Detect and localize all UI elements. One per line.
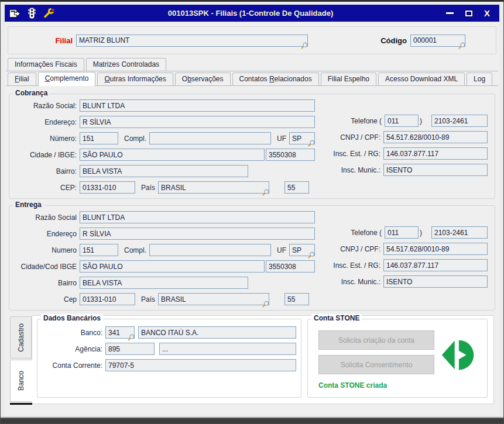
conta-corrente-input[interactable] [105,359,296,371]
banco-nome-input[interactable] [138,326,296,339]
entrega-group: Entrega Razão Social Endereço Numero Com… [9,205,495,311]
entrega-cidade-input[interactable] [80,260,265,273]
entrega-endereco-label: Endereço [14,230,80,238]
cobranca-cep-input[interactable] [80,181,135,194]
solicita-criacao-conta-button[interactable]: Solicita criação da conta [318,330,434,350]
app-window: 001013SPK - Filiais (1-Controle De Quali… [0,0,504,424]
bottom-vertical-tabs: Cadastro Banco [10,316,32,405]
traffic-light-icon[interactable] [28,8,36,19]
entrega-pais-input[interactable] [158,293,269,305]
entrega-numero-input[interactable] [80,244,118,256]
stone-logo-icon [441,338,475,372]
tab-banco-label: Banco [17,371,25,391]
cobranca-cep-label: CEP: [14,184,80,192]
filial-input[interactable] [76,35,308,47]
cobranca-cnpj-input[interactable] [383,131,488,143]
cobranca-pais-codigo-input[interactable] [284,181,309,194]
cobranca-insc-mun-input[interactable] [383,164,488,176]
tab-observacoes[interactable]: Observações [175,73,231,85]
codigo-label: Código [380,36,410,45]
cobranca-bairro-input[interactable] [80,165,248,177]
exit-icon[interactable] [9,9,20,18]
entrega-pais-codigo-input[interactable] [284,293,309,305]
entrega-group-title: Entrega [13,201,44,209]
active-tab-indicator [10,403,32,405]
client-area: Filial Código Informações Fiscais Matriz… [5,23,499,415]
entrega-cep-input[interactable] [80,293,135,305]
cobranca-numero-input[interactable] [80,132,118,144]
cobranca-bairro-label: Bairro: [14,167,80,175]
cobranca-pais-lookup-icon[interactable] [262,189,269,196]
agencia-extra-input[interactable] [159,343,296,355]
cobranca-ibge-input[interactable] [266,149,315,161]
cobranca-right-column: Telefone ( ) CNPJ / CPF: Insc. Est. / RG… [311,115,488,180]
solicita-consentimento-button[interactable]: Solicita Consentimento [318,355,434,374]
banco-lookup-icon[interactable] [128,334,135,341]
dados-bancarios-group: Dados Bancários Banco: [37,319,301,398]
minimize-icon [446,12,454,14]
cobranca-telefone-input[interactable] [431,115,488,127]
entrega-razao-social-label: Razão Social [14,213,80,222]
cobranca-uf-label: UF [271,135,289,143]
filial-lookup-icon[interactable] [301,42,308,49]
entrega-ibge-input[interactable] [266,260,315,273]
entrega-cep-label: Cep [14,295,80,304]
banco-label: Banco: [42,329,105,337]
cobranca-razao-social-label: Razão Social: [14,102,80,110]
entrega-insc-est-input[interactable] [383,259,488,271]
entrega-razao-social-input[interactable] [80,211,315,223]
wrench-icon[interactable] [43,8,55,18]
tab-contatos-relacionados[interactable]: Contatos Relacionados [232,73,319,85]
entrega-insc-mun-label: Insc. Munic.: [311,278,383,286]
tabbar-main: Filial Complemento Outras Informações Ob… [6,71,498,86]
tab-complemento[interactable]: Complemento [38,72,96,86]
minimize-button[interactable] [446,9,454,18]
cobranca-uf-lookup-icon[interactable] [308,140,315,147]
maximize-button[interactable] [465,9,472,18]
entrega-bairro-input[interactable] [80,277,248,289]
tab-matrizes-controladas[interactable]: Matrizes Controladas [86,58,166,71]
dados-bancarios-title: Dados Bancários [41,314,103,322]
entrega-endereco-input[interactable] [80,227,315,240]
entrega-pais-label: País [135,295,158,304]
cobranca-pais-input[interactable] [158,181,269,194]
titlebar-icons [9,8,55,19]
window-controls: X [446,9,490,18]
cobranca-razao-social-input[interactable] [80,99,315,112]
entrega-ddd-input[interactable] [385,226,419,239]
entrega-cnpj-input[interactable] [383,243,488,255]
codigo-input[interactable] [410,35,465,47]
entrega-uf-lookup-icon[interactable] [308,251,315,258]
entrega-pais-lookup-icon[interactable] [262,301,269,308]
tab-banco[interactable]: Banco [10,360,32,402]
tab-acesso-download-xml[interactable]: Acesso Download XML [378,73,465,85]
entrega-compl-input[interactable] [149,244,271,256]
entrega-telefone-input[interactable] [431,226,488,239]
filial-label: Filial [13,36,76,45]
entrega-bairro-label: Bairro [14,279,80,287]
tab-log[interactable]: Log [467,73,492,85]
cobranca-pais-label: País [135,184,158,192]
close-button[interactable]: X [484,9,490,18]
tab-cadastro-label: Cadastro [17,323,25,352]
cobranca-cidade-input[interactable] [80,149,265,161]
codigo-lookup-icon[interactable] [458,42,465,49]
title-bar: 001013SPK - Filiais (1-Controle De Quali… [5,5,499,22]
cobranca-insc-mun-label: Insc. Munic.: [311,166,383,174]
tab-filial-espelho[interactable]: Filial Espelho [321,73,376,85]
entrega-numero-label: Numero [14,246,80,254]
agencia-input[interactable] [105,343,155,355]
entrega-insc-mun-input[interactable] [383,275,488,288]
tab-informacoes-fiscais[interactable]: Informações Fiscais [8,58,84,71]
cobranca-endereco-input[interactable] [80,116,315,128]
tabbar-top: Informações Fiscais Matrizes Controladas [6,57,498,71]
tab-filial[interactable]: Filial [8,73,36,85]
tab-cadastro[interactable]: Cadastro [10,316,32,358]
tab-outras-informacoes[interactable]: Outras Informações [97,73,173,85]
cobranca-compl-input[interactable] [149,132,271,144]
conta-stone-status: Conta STONE criada [318,381,482,389]
entrega-telefone-label: Telefone ( [311,229,385,237]
cobranca-ddd-input[interactable] [385,115,419,127]
cobranca-endereco-label: Endereço: [14,118,80,126]
cobranca-insc-est-input[interactable] [383,147,488,160]
